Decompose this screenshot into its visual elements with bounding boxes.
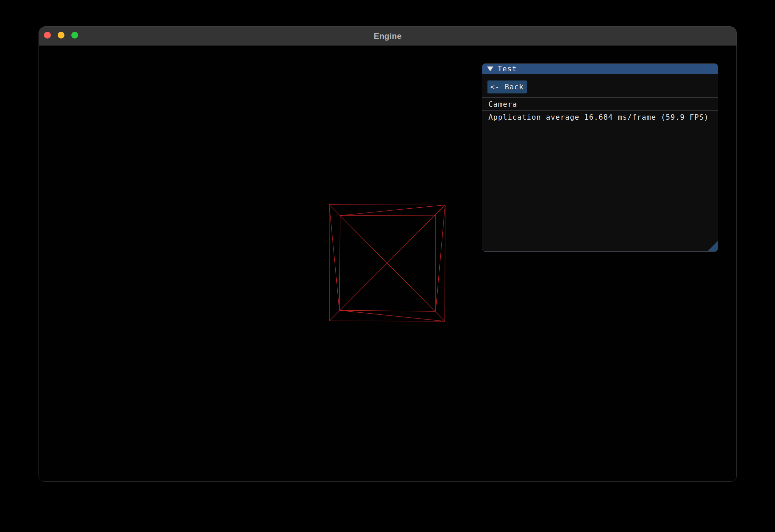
separator bbox=[482, 110, 718, 111]
menu-item-camera[interactable]: Camera bbox=[488, 99, 717, 109]
app-window: Engine Test <- Back Camera Application a… bbox=[39, 26, 737, 482]
viewport: Test <- Back Camera Application average … bbox=[39, 46, 736, 481]
resize-grip[interactable] bbox=[707, 241, 718, 251]
separator bbox=[482, 97, 718, 98]
window-titlebar[interactable]: Engine bbox=[39, 27, 736, 46]
imgui-panel-test: Test <- Back Camera Application average … bbox=[482, 63, 718, 252]
stats-text: Application average 16.684 ms/frame (59.… bbox=[488, 112, 709, 122]
collapse-arrow-icon[interactable] bbox=[487, 66, 493, 71]
panel-header[interactable]: Test bbox=[482, 64, 718, 74]
window-title: Engine bbox=[39, 27, 736, 45]
back-button[interactable]: <- Back bbox=[487, 80, 527, 93]
panel-title: Test bbox=[498, 64, 517, 74]
